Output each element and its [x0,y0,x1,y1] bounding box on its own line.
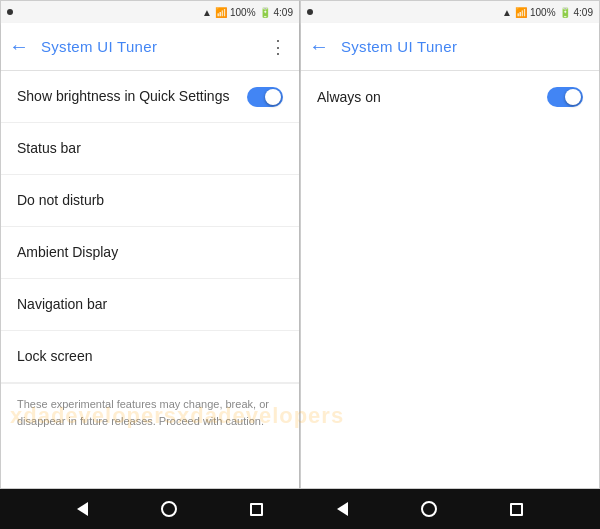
left-nav-buttons [40,501,300,517]
right-status-bar: ▲ 📶 100% 🔋 4:09 [301,1,599,23]
item-label: Ambient Display [17,243,118,261]
status-bar-left-icons [7,9,13,15]
time-display: 4:09 [574,7,593,18]
right-screen: ▲ 📶 100% 🔋 4:09 ← System UI Tuner Always… [300,0,600,489]
left-screen: ▲ 📶 100% 🔋 4:09 ← System UI Tuner ⋮ Show… [0,0,300,489]
home-circle-icon [421,501,437,517]
app-bar-title: System UI Tuner [341,38,591,55]
back-triangle-icon [77,502,88,516]
battery-percent: 100% [530,7,556,18]
item-label: Do not disturb [17,191,104,209]
list-item[interactable]: Lock screen [1,331,299,383]
status-bar-right-info: ▲ 📶 100% 🔋 4:09 [502,7,593,18]
wifi-icon: ▲ [202,7,212,18]
item-label: Lock screen [17,347,92,365]
recents-nav-button[interactable] [250,503,263,516]
left-status-bar: ▲ 📶 100% 🔋 4:09 [1,1,299,23]
battery-icon: 🔋 [559,7,571,18]
list-item[interactable]: Do not disturb [1,175,299,227]
signal-icon: 📶 [215,7,227,18]
recents-nav-button[interactable] [510,503,523,516]
list-item[interactable]: Always on [301,71,599,123]
toggle-thumb [565,89,581,105]
battery-percent: 100% [230,7,256,18]
status-bar-left-icons [307,9,313,15]
home-nav-button[interactable] [421,501,437,517]
status-bar-right-info: ▲ 📶 100% 🔋 4:09 [202,7,293,18]
list-item[interactable]: Ambient Display [1,227,299,279]
right-nav-buttons [300,501,560,517]
back-nav-button[interactable] [337,502,348,516]
item-label: Show brightness in Quick Settings [17,87,229,105]
right-content: Always on [301,71,599,488]
battery-icon: 🔋 [259,7,271,18]
recents-square-icon [250,503,263,516]
back-nav-button[interactable] [77,502,88,516]
brightness-toggle[interactable] [247,87,283,107]
time-display: 4:09 [274,7,293,18]
left-app-bar: ← System UI Tuner ⋮ [1,23,299,71]
toggle-thumb [265,89,281,105]
item-label: Status bar [17,139,81,157]
back-button[interactable]: ← [9,35,29,58]
status-dot [7,9,13,15]
right-app-bar: ← System UI Tuner [301,23,599,71]
home-circle-icon [161,501,177,517]
home-nav-button[interactable] [161,501,177,517]
always-on-toggle[interactable] [547,87,583,107]
recents-square-icon [510,503,523,516]
status-dot [307,9,313,15]
wifi-icon: ▲ [502,7,512,18]
navigation-bar [0,489,600,529]
list-item[interactable]: Show brightness in Quick Settings [1,71,299,123]
left-content: Show brightness in Quick Settings Status… [1,71,299,488]
back-button[interactable]: ← [309,35,329,58]
back-triangle-icon [337,502,348,516]
signal-icon: 📶 [515,7,527,18]
item-label: Navigation bar [17,295,107,313]
disclaimer-text: These experimental features may change, … [1,383,299,441]
list-item[interactable]: Navigation bar [1,279,299,331]
overflow-menu-button[interactable]: ⋮ [265,32,291,62]
list-item[interactable]: Status bar [1,123,299,175]
app-bar-title: System UI Tuner [41,38,265,55]
item-label: Always on [317,88,381,106]
